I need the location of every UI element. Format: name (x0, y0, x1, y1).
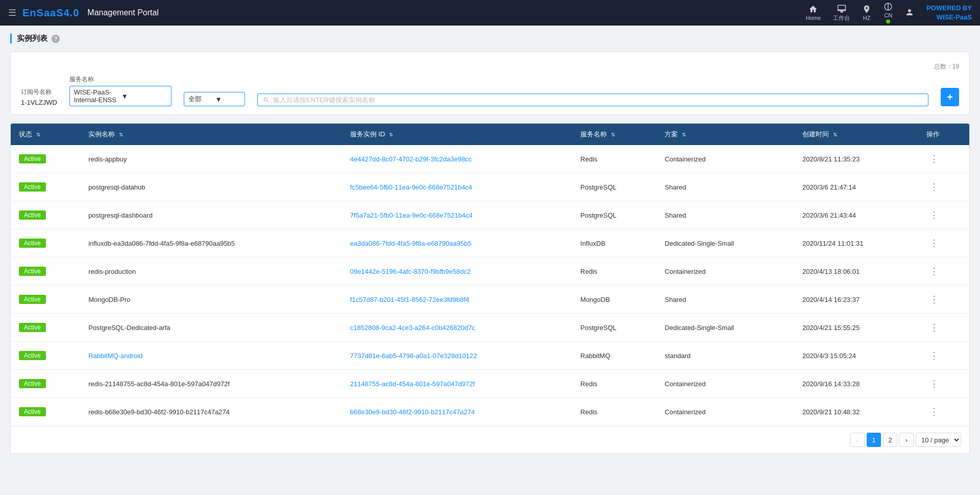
nav-region-label: HZ (863, 15, 871, 21)
action-menu-button-1[interactable]: ⋮ (926, 180, 942, 194)
status-badge-4: Active (19, 267, 46, 276)
help-icon[interactable]: ? (52, 35, 60, 43)
cell-plan-2: Shared (656, 201, 794, 229)
cell-plan-6: Dedicated-Single-Small (656, 314, 794, 342)
service-all-label (184, 83, 245, 90)
page-2-button[interactable]: 2 (883, 433, 897, 447)
next-page-button[interactable]: › (899, 433, 914, 447)
cell-id-6: c1852808-9ca2-4ce3-a264-c0b426820d7c (342, 314, 572, 342)
instance-name-1: postgresql-datahub (88, 183, 145, 191)
cell-action-0: ⋮ (918, 145, 969, 173)
sort-sname-icon: ⇅ (611, 132, 615, 137)
instance-name-0: redis-appbuy (88, 155, 127, 163)
action-menu-button-9[interactable]: ⋮ (926, 405, 942, 418)
page-1-button[interactable]: 1 (867, 433, 881, 447)
instance-name-9: redis-b68e30e9-bd30-46f2-9910-b2117c47a2… (88, 408, 230, 416)
cell-status-8: Active (11, 370, 80, 398)
nav-region[interactable]: HZ (862, 5, 871, 21)
service-dropdown[interactable]: WISE-PaaS-Internal-ENSS ▼ (69, 86, 172, 106)
service-name-label: 服务名称 (69, 75, 172, 84)
nav-locale-label: CN (884, 12, 892, 18)
sort-created-icon: ⇅ (833, 132, 837, 137)
col-plan[interactable]: 方案 ⇅ (656, 124, 794, 145)
cell-status-7: Active (11, 342, 80, 370)
cell-plan-1: Shared (656, 173, 794, 201)
table-row: Active influxdb-ea3da086-7fdd-4fa5-9f8a-… (11, 229, 969, 257)
top-navigation: ☰ EnSaaS4.0 Management Portal Home 工作台 H… (0, 0, 980, 26)
action-menu-button-4[interactable]: ⋮ (926, 265, 942, 278)
prev-page-button[interactable]: ‹ (850, 433, 865, 447)
action-menu-button-0[interactable]: ⋮ (926, 152, 942, 166)
service-id-6: c1852808-9ca2-4ce3-a264-c0b426820d7c (350, 324, 475, 332)
cell-id-5: f1c57d87-b201-45f1-8562-72ee3fd9b8f4 (342, 286, 572, 314)
cell-action-1: ⋮ (918, 173, 969, 201)
menu-icon[interactable]: ☰ (8, 7, 16, 18)
nav-home-label: Home (806, 15, 821, 21)
cell-plan-7: standard (656, 342, 794, 370)
col-status[interactable]: 状态 ⇅ (11, 124, 80, 145)
page-size-select[interactable]: 10 / page 20 / page 50 / page (916, 433, 961, 447)
cell-sname-7: RabbitMQ (572, 342, 656, 370)
table-body: Active redis-appbuy 4e4427dd-8c07-4702-b… (11, 145, 969, 426)
powered-by: POWERED BY WISE-PaaS (926, 4, 972, 22)
col-service-name[interactable]: 服务名称 ⇅ (572, 124, 656, 145)
add-button[interactable]: + (941, 88, 959, 106)
cell-created-0: 2020/8/21 11:35:23 (794, 145, 918, 173)
cell-name-0: redis-appbuy (80, 145, 342, 173)
filter-row: 订阅号名称 1-1VLZJWD 服务名称 WISE-PaaS-Internal-… (21, 75, 959, 106)
col-created[interactable]: 创建时间 ⇅ (794, 124, 918, 145)
page-title: 实例列表 (17, 34, 47, 43)
cell-created-6: 2020/4/21 15:55:25 (794, 314, 918, 342)
nav-user[interactable] (905, 8, 914, 18)
sort-plan-icon: ⇅ (682, 132, 686, 137)
service-all-dropdown[interactable]: 全部 ▼ (184, 92, 245, 106)
cell-plan-9: Containerized (656, 398, 794, 426)
table-row: Active PostgreSQL-Dedicated-arfa c185280… (11, 314, 969, 342)
subscription-value: 1-1VLZJWD (21, 99, 57, 106)
action-menu-button-6[interactable]: ⋮ (926, 321, 942, 334)
service-all-selected: 全部 (188, 95, 213, 104)
app-title: Management Portal (87, 8, 159, 17)
cell-status-9: Active (11, 398, 80, 426)
instance-name-link-7[interactable]: RabbitMQ-android (88, 352, 142, 360)
cell-status-6: Active (11, 314, 80, 342)
action-menu-button-5[interactable]: ⋮ (926, 293, 942, 306)
cell-plan-8: Containerized (656, 370, 794, 398)
status-badge-2: Active (19, 210, 46, 220)
cell-action-6: ⋮ (918, 314, 969, 342)
instances-table: 状态 ⇅ 实例名称 ⇅ 服务实例 ID ⇅ 服务名称 ⇅ 方案 ⇅ 创建时间 ⇅… (10, 123, 970, 454)
table-row: Active postgresql-datahub fc5bee64-5fb0-… (11, 173, 969, 201)
table-header: 状态 ⇅ 实例名称 ⇅ 服务实例 ID ⇅ 服务名称 ⇅ 方案 ⇅ 创建时间 ⇅… (11, 124, 969, 145)
cell-created-7: 2020/4/3 15:05:24 (794, 342, 918, 370)
nav-locale[interactable]: CN (884, 2, 893, 23)
search-field[interactable] (257, 93, 928, 106)
cell-sname-5: MongoDB (572, 286, 656, 314)
service-id-7: 7737d81e-6ab5-4798-a0a1-07e328d10122 (350, 352, 477, 360)
cell-name-8: redis-21148755-ac8d-454a-801e-597a047d97… (80, 370, 342, 398)
table-row: Active MongoDB-Pro f1c57d87-b201-45f1-85… (11, 286, 969, 314)
instance-name-4: redis-production (88, 268, 136, 275)
cell-created-8: 2020/9/16 14:33:28 (794, 370, 918, 398)
cell-status-1: Active (11, 173, 80, 201)
service-id-8: 21148755-ac8d-454a-801e-597a047d972f (350, 380, 475, 388)
cell-sname-3: InfluxDB (572, 229, 656, 257)
action-menu-button-3[interactable]: ⋮ (926, 237, 942, 250)
nav-workbench[interactable]: 工作台 (833, 4, 850, 22)
service-all-field: 全部 ▼ (184, 83, 245, 106)
action-menu-button-7[interactable]: ⋮ (926, 349, 942, 362)
instance-name-3: influxdb-ea3da086-7fdd-4fa5-9f8a-e68790a… (88, 240, 235, 247)
pagination-bar: ‹ 1 2 › 10 / page 20 / page 50 / page (11, 426, 969, 453)
cell-name-1: postgresql-datahub (80, 173, 342, 201)
table-row: Active redis-21148755-ac8d-454a-801e-597… (11, 370, 969, 398)
col-service-id[interactable]: 服务实例 ID ⇅ (342, 124, 572, 145)
col-name[interactable]: 实例名称 ⇅ (80, 124, 342, 145)
action-menu-button-2[interactable]: ⋮ (926, 208, 942, 222)
service-chevron-icon: ▼ (121, 92, 167, 100)
nav-home[interactable]: Home (806, 5, 821, 21)
cell-plan-4: Containerized (656, 257, 794, 286)
table-row: Active RabbitMQ-android 7737d81e-6ab5-47… (11, 342, 969, 370)
cell-status-0: Active (11, 145, 80, 173)
search-input[interactable] (273, 96, 923, 104)
action-menu-button-8[interactable]: ⋮ (926, 377, 942, 390)
status-badge-7: Active (19, 351, 46, 360)
